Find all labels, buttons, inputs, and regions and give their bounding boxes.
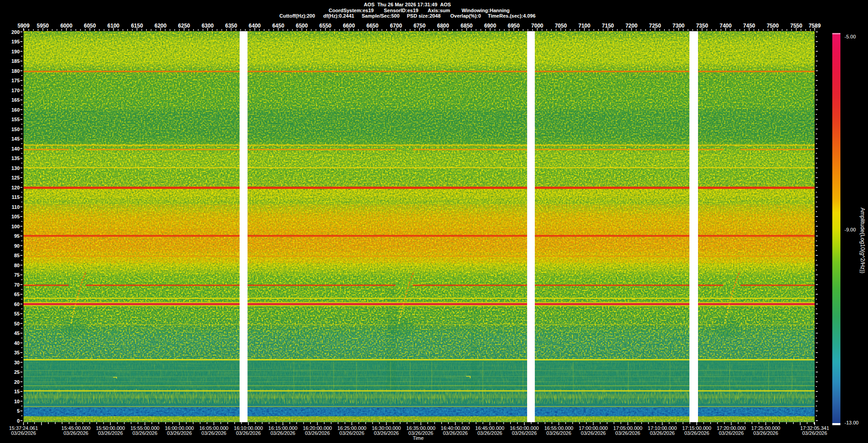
svg-text:95: 95: [14, 233, 19, 239]
svg-text:AOS Thu 26 Mar 2026 17:31:49: AOS Thu 26 Mar 2026 17:31:49 AOS: [364, 2, 451, 7]
svg-text:03/26/2026: 03/26/2026: [340, 430, 364, 436]
svg-text:03/26/2026: 03/26/2026: [63, 430, 88, 436]
svg-text:30: 30: [14, 360, 19, 365]
svg-text:03/26/2026: 03/26/2026: [684, 430, 709, 436]
svg-text:20: 20: [14, 379, 19, 385]
svg-text:145: 145: [11, 136, 19, 141]
svg-text:-9.00: -9.00: [844, 227, 856, 232]
svg-text:03/26/2026: 03/26/2026: [408, 430, 433, 436]
svg-text:PSD size:2048: PSD size:2048: [407, 13, 441, 19]
svg-text:03/26/2026: 03/26/2026: [305, 430, 330, 436]
svg-text:Amplitude(Log10(g^2/Hz)): Amplitude(Log10(g^2/Hz)): [859, 207, 866, 273]
svg-text:110: 110: [12, 204, 20, 210]
svg-text:55: 55: [14, 311, 19, 316]
svg-text:-5.00: -5.00: [844, 34, 856, 39]
svg-text:185: 185: [11, 58, 19, 64]
svg-text:03/26/2026: 03/26/2026: [719, 430, 744, 436]
svg-text:80: 80: [14, 263, 19, 268]
svg-text:Time: Time: [413, 435, 424, 441]
svg-text:25: 25: [14, 369, 19, 375]
svg-text:03/26/2026: 03/26/2026: [477, 430, 502, 436]
svg-text:150: 150: [11, 127, 19, 132]
svg-text:40: 40: [14, 340, 19, 346]
svg-text:155: 155: [11, 117, 19, 122]
svg-text:160: 160: [11, 107, 19, 113]
svg-text:03/26/2026: 03/26/2026: [615, 430, 640, 436]
svg-text:03/26/2026: 03/26/2026: [270, 430, 295, 436]
svg-text:140: 140: [11, 146, 19, 151]
svg-text:195: 195: [11, 39, 19, 44]
svg-text:Sample/Sec:500: Sample/Sec:500: [362, 13, 400, 19]
svg-text:90: 90: [14, 243, 19, 249]
svg-text:200: 200: [11, 29, 19, 35]
svg-text:35: 35: [14, 350, 19, 355]
svg-text:165: 165: [11, 97, 19, 103]
svg-text:10: 10: [14, 399, 19, 404]
svg-text:85: 85: [14, 253, 19, 258]
svg-text:120: 120: [11, 185, 19, 190]
svg-text:65: 65: [14, 292, 19, 297]
svg-text:03/26/2026: 03/26/2026: [443, 430, 468, 436]
svg-text:03/26/2026: 03/26/2026: [581, 430, 606, 436]
svg-text:135: 135: [11, 156, 19, 161]
svg-text:115: 115: [12, 194, 20, 200]
svg-text:03/26/2026: 03/26/2026: [11, 430, 36, 436]
svg-text:03/26/2026: 03/26/2026: [236, 430, 261, 436]
svg-text:75: 75: [14, 272, 19, 278]
svg-text:df(Hz):0.2441: df(Hz):0.2441: [323, 13, 354, 19]
svg-text:100: 100: [11, 224, 19, 229]
svg-text:45: 45: [14, 330, 19, 336]
svg-text:03/26/2026: 03/26/2026: [167, 430, 192, 436]
svg-text:Axis:sum: Axis:sum: [428, 8, 450, 13]
svg-text:-13.00: -13.00: [844, 420, 859, 425]
svg-text:03/26/2026: 03/26/2026: [202, 430, 226, 436]
svg-text:03/26/2026: 03/26/2026: [650, 430, 675, 436]
svg-text:5: 5: [17, 408, 19, 414]
svg-text:SensorID:es19: SensorID:es19: [384, 8, 418, 13]
svg-text:190: 190: [11, 49, 19, 54]
svg-text:03/26/2026: 03/26/2026: [512, 430, 537, 436]
svg-text:03/26/2026: 03/26/2026: [374, 430, 399, 436]
svg-text:03/26/2026: 03/26/2026: [547, 430, 571, 436]
svg-text:Windowing:Hanning: Windowing:Hanning: [462, 8, 509, 13]
svg-text:175: 175: [11, 78, 19, 83]
svg-text:TimeRes.(sec):4.096: TimeRes.(sec):4.096: [488, 13, 536, 19]
svg-text:180: 180: [11, 68, 19, 74]
svg-text:130: 130: [11, 165, 19, 171]
svg-text:60: 60: [14, 302, 19, 307]
svg-text:70: 70: [14, 282, 19, 287]
svg-text:03/26/2026: 03/26/2026: [132, 430, 157, 436]
svg-text:0: 0: [17, 418, 19, 424]
svg-text:105: 105: [11, 214, 19, 219]
svg-text:15: 15: [14, 389, 19, 394]
svg-text:03/26/2026: 03/26/2026: [753, 430, 778, 436]
svg-text:03/26/2026: 03/26/2026: [98, 430, 123, 436]
svg-text:125: 125: [11, 175, 19, 180]
svg-text:Overlap(%):0: Overlap(%):0: [450, 13, 481, 19]
svg-text:50: 50: [14, 321, 19, 326]
svg-text:170: 170: [11, 88, 19, 93]
svg-text:Cuttoff(Hz):200: Cuttoff(Hz):200: [279, 13, 315, 19]
svg-text:CoordSystem:es19: CoordSystem:es19: [329, 8, 374, 13]
svg-text:03/26/2026: 03/26/2026: [802, 430, 827, 436]
